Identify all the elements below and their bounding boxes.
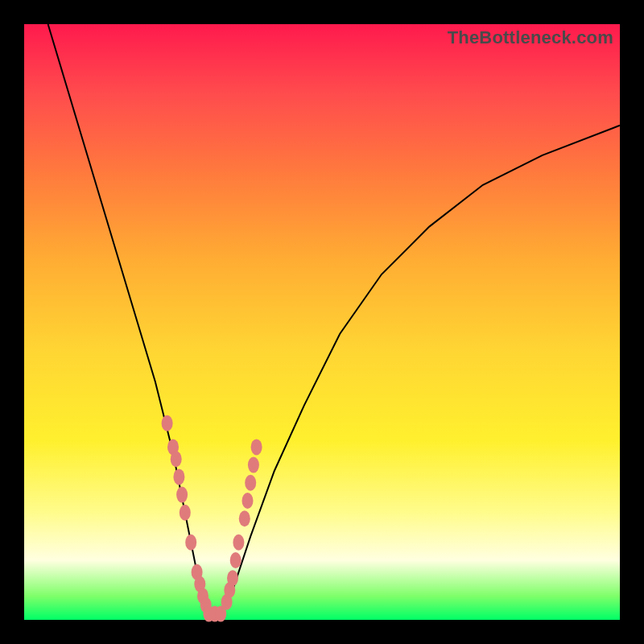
curve-marker — [180, 505, 191, 521]
curve-marker — [233, 535, 244, 551]
chart-svg — [24, 24, 620, 620]
curve-marker — [239, 510, 250, 526]
curve-marker — [227, 570, 238, 586]
bottleneck-curve — [48, 24, 620, 614]
curve-marker — [173, 469, 184, 485]
curve-marker — [245, 475, 256, 491]
chart-frame: TheBottleneck.com — [0, 0, 644, 644]
plot-area: TheBottleneck.com — [24, 24, 620, 620]
curve-marker — [176, 487, 188, 503]
curve-marker — [185, 535, 196, 551]
marker-group — [162, 415, 262, 622]
curve-marker — [162, 415, 173, 431]
curve-marker — [171, 451, 182, 467]
curve-marker — [251, 439, 262, 455]
curve-marker — [242, 493, 254, 509]
curve-marker — [248, 457, 259, 473]
curve-marker — [230, 552, 242, 568]
